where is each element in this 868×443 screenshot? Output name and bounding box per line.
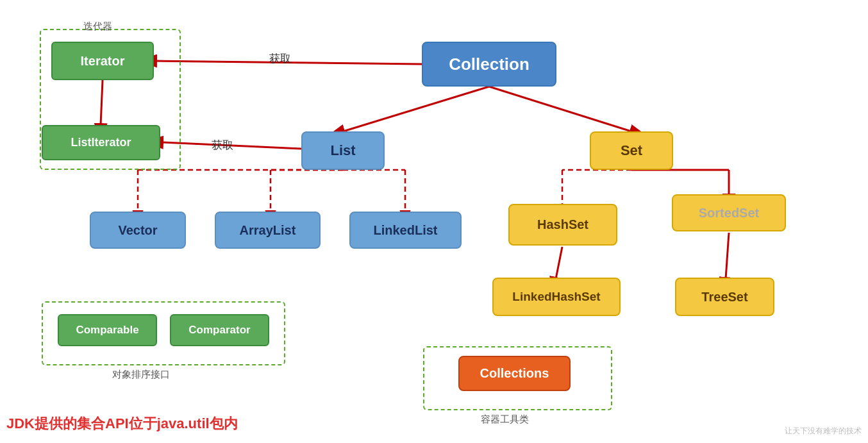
set-node: Set — [590, 131, 673, 170]
list-node: List — [301, 131, 385, 170]
iterator-node: Iterator — [51, 42, 154, 80]
comparable-node: Comparable — [58, 314, 157, 346]
container-tool-label: 容器工具类 — [481, 414, 529, 426]
comparator-node: Comparator — [170, 314, 269, 346]
hashset-node: HashSet — [508, 204, 617, 246]
diagram-container: 迭代器 对象排序接口 容器工具类 Collection List Set Ite… — [0, 0, 868, 443]
svg-line-6 — [343, 87, 489, 131]
get-label-2: 获取 — [212, 138, 233, 153]
svg-line-21 — [726, 233, 729, 279]
vector-node: Vector — [90, 212, 186, 249]
treeset-node: TreeSet — [675, 278, 774, 316]
iterator-box-label: 迭代器 — [83, 21, 112, 33]
linkedhashset-node: LinkedHashSet — [492, 278, 621, 316]
svg-line-7 — [489, 87, 631, 131]
get-label-1: 获取 — [269, 51, 291, 66]
linkedlist-node: LinkedList — [349, 212, 462, 249]
svg-line-20 — [556, 247, 562, 279]
watermark: 让天下没有难学的技术 — [785, 426, 862, 437]
sortedset-node: SortedSet — [672, 194, 786, 231]
arraylist-node: ArrayList — [215, 212, 321, 249]
collections-node: Collections — [458, 356, 571, 391]
list-iterator-node: ListIterator — [42, 125, 160, 160]
bottom-text: JDK提供的集合API位于java.util包内 — [6, 414, 238, 433]
sort-interface-label: 对象排序接口 — [112, 369, 170, 381]
collection-node: Collection — [422, 42, 556, 87]
